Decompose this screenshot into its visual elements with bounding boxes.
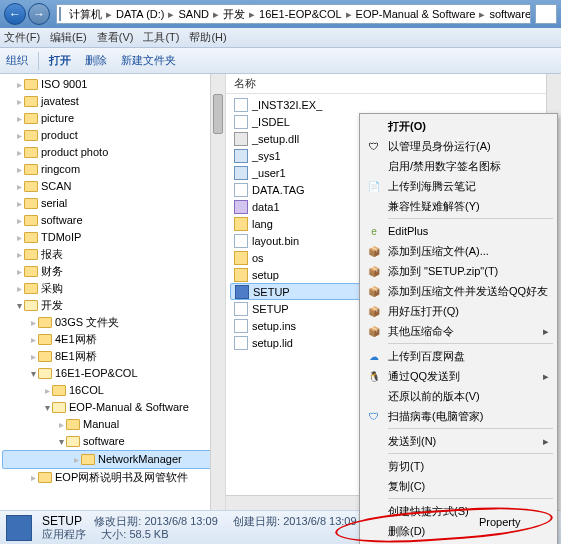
tree-item[interactable]: ▸报表 <box>2 246 225 263</box>
tree-item[interactable]: ▸TDMoIP <box>2 229 225 246</box>
menu-item[interactable]: 📦添加到压缩文件并发送给QQ好友 <box>362 281 555 301</box>
menu-item[interactable]: 🐧通过QQ发送到▸ <box>362 366 555 386</box>
folder-icon <box>81 454 95 465</box>
tree-scrollbar[interactable] <box>210 74 225 510</box>
expand-icon[interactable]: ▸ <box>14 144 24 161</box>
file-name: data1 <box>252 201 280 213</box>
breadcrumb-seg[interactable]: 计算机 <box>65 7 106 22</box>
menu-item-label: 上传到海腾云笔记 <box>388 179 476 194</box>
expand-icon[interactable]: ▸ <box>14 76 24 93</box>
tree-item[interactable]: ▾16E1-EOP&COL <box>2 365 225 382</box>
expand-icon[interactable]: ▸ <box>14 229 24 246</box>
tree-item[interactable]: ▸serial <box>2 195 225 212</box>
menu-item[interactable]: 打开(O) <box>362 116 555 136</box>
nav-back-button[interactable]: ← <box>4 3 26 25</box>
status-size-label: 大小: <box>101 528 126 540</box>
expand-icon[interactable]: ▸ <box>71 451 81 468</box>
menu-item[interactable]: 复制(C) <box>362 476 555 496</box>
tree-item[interactable]: ▸product <box>2 127 225 144</box>
menu-item[interactable]: 兼容性疑难解答(Y) <box>362 196 555 216</box>
menu-item-label: 删除(D) <box>388 524 425 539</box>
expand-icon[interactable]: ▸ <box>28 348 38 365</box>
breadcrumb-seg[interactable]: DATA (D:) <box>112 8 168 20</box>
expand-icon[interactable]: ▸ <box>14 263 24 280</box>
menu-item[interactable]: 🛡扫描病毒(电脑管家) <box>362 406 555 426</box>
delete-button[interactable]: 删除 <box>85 53 107 68</box>
menu-item[interactable]: ☁上传到百度网盘 <box>362 346 555 366</box>
expand-icon[interactable]: ▸ <box>28 314 38 331</box>
menu-item[interactable]: 还原以前的版本(V) <box>362 386 555 406</box>
open-button[interactable]: 打开 <box>49 53 71 68</box>
expand-icon[interactable]: ▸ <box>14 246 24 263</box>
expand-icon[interactable]: ▸ <box>14 110 24 127</box>
column-header-name[interactable]: 名称 <box>226 74 561 94</box>
expand-icon[interactable]: ▸ <box>14 93 24 110</box>
tree-item[interactable]: ▸03GS 文件夹 <box>2 314 225 331</box>
tree-item[interactable]: ▸财务 <box>2 263 225 280</box>
menu-item[interactable]: 发送到(N)▸ <box>362 431 555 451</box>
menu-item[interactable]: 文件(F) <box>4 30 40 45</box>
tree-item[interactable]: ▸EOP网桥说明书及网管软件 <box>2 469 225 486</box>
nav-forward-button[interactable]: → <box>28 3 50 25</box>
tree-item[interactable]: ▸采购 <box>2 280 225 297</box>
expand-icon[interactable]: ▸ <box>14 178 24 195</box>
tree-item[interactable]: ▸ringcom <box>2 161 225 178</box>
menu-item[interactable]: 删除(D) <box>362 521 555 541</box>
tree-item[interactable]: ▸picture <box>2 110 225 127</box>
expand-icon[interactable]: ▸ <box>14 280 24 297</box>
expand-icon[interactable]: ▸ <box>42 382 52 399</box>
expand-icon[interactable]: ▸ <box>56 416 66 433</box>
menu-item[interactable]: 🛡以管理员身份运行(A) <box>362 136 555 156</box>
menu-item[interactable]: 剪切(T) <box>362 456 555 476</box>
expand-icon[interactable]: ▸ <box>14 195 24 212</box>
menu-item[interactable]: 查看(V) <box>97 30 134 45</box>
breadcrumb-seg[interactable]: 开发 <box>219 7 249 22</box>
menu-item[interactable]: 创建快捷方式(S) <box>362 501 555 521</box>
file-item[interactable]: _INST32I.EX_ <box>230 96 557 113</box>
expand-icon[interactable]: ▾ <box>14 297 24 314</box>
menu-item[interactable]: 编辑(E) <box>50 30 87 45</box>
menu-item[interactable]: eEditPlus <box>362 221 555 241</box>
expand-icon[interactable]: ▸ <box>14 161 24 178</box>
search-box[interactable] <box>535 4 557 24</box>
tree-item[interactable]: ▸16COL <box>2 382 225 399</box>
menubar: 文件(F)编辑(E)查看(V)工具(T)帮助(H) <box>0 28 561 48</box>
menu-item[interactable]: 📄上传到海腾云笔记 <box>362 176 555 196</box>
menu-item[interactable]: 启用/禁用数字签名图标 <box>362 156 555 176</box>
expand-icon[interactable]: ▾ <box>56 433 66 450</box>
context-menu[interactable]: 打开(O)🛡以管理员身份运行(A)启用/禁用数字签名图标📄上传到海腾云笔记兼容性… <box>359 113 558 544</box>
menu-item[interactable]: 📦添加到压缩文件(A)... <box>362 241 555 261</box>
tree-item[interactable]: ▸Manual <box>2 416 225 433</box>
tree-item[interactable]: ▾EOP-Manual & Software <box>2 399 225 416</box>
breadcrumb-seg[interactable]: software <box>485 8 531 20</box>
new-folder-button[interactable]: 新建文件夹 <box>121 53 176 68</box>
tree-item[interactable]: ▾software <box>2 433 225 450</box>
tree-item[interactable]: ▾开发 <box>2 297 225 314</box>
tree-item[interactable]: ▸SCAN <box>2 178 225 195</box>
expand-icon[interactable]: ▸ <box>14 127 24 144</box>
tree-item[interactable]: ▸NetworkManager <box>2 450 225 469</box>
menu-item[interactable]: 📦其他压缩命令▸ <box>362 321 555 341</box>
breadcrumb-seg[interactable]: 16E1-EOP&COL <box>255 8 346 20</box>
expand-icon[interactable]: ▾ <box>28 365 38 382</box>
menu-item[interactable]: 📦用好压打开(Q) <box>362 301 555 321</box>
tree-item[interactable]: ▸javatest <box>2 93 225 110</box>
menu-separator <box>388 428 553 429</box>
tree-item[interactable]: ▸ISO 9001 <box>2 76 225 93</box>
organize-button[interactable]: 组织 <box>6 53 28 68</box>
folder-tree[interactable]: ▸ISO 9001▸javatest▸picture▸product▸produ… <box>0 74 226 510</box>
address-bar[interactable]: 计算机▸DATA (D:)▸SAND▸开发▸16E1-EOP&COL▸EOP-M… <box>56 4 531 24</box>
tree-item[interactable]: ▸software <box>2 212 225 229</box>
tree-item[interactable]: ▸product photo <box>2 144 225 161</box>
menu-item[interactable]: 帮助(H) <box>189 30 226 45</box>
expand-icon[interactable]: ▾ <box>42 399 52 416</box>
breadcrumb-seg[interactable]: SAND <box>174 8 213 20</box>
breadcrumb-seg[interactable]: EOP-Manual & Software <box>352 8 480 20</box>
tree-item[interactable]: ▸8E1网桥 <box>2 348 225 365</box>
menu-item[interactable]: 📦添加到 "SETUP.zip"(T) <box>362 261 555 281</box>
expand-icon[interactable]: ▸ <box>28 331 38 348</box>
expand-icon[interactable]: ▸ <box>28 469 38 486</box>
menu-item[interactable]: 工具(T) <box>143 30 179 45</box>
expand-icon[interactable]: ▸ <box>14 212 24 229</box>
tree-item[interactable]: ▸4E1网桥 <box>2 331 225 348</box>
